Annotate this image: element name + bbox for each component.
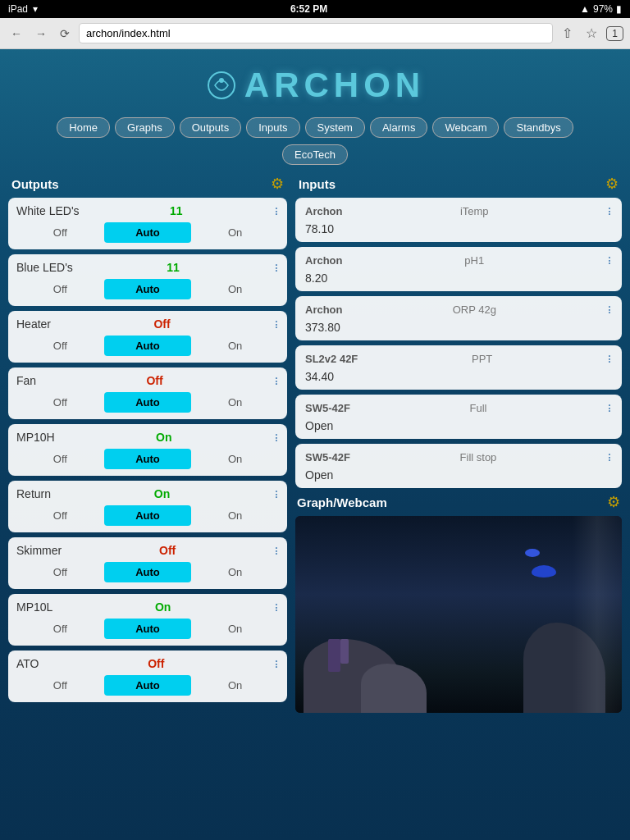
- device-row-top-4: MP10H On ⫶: [16, 431, 279, 444]
- ctrl-btn-4-auto[interactable]: Auto: [104, 449, 192, 469]
- graph-gear-icon[interactable]: ⚙: [607, 493, 620, 511]
- device-controls-6: Off Auto On: [16, 562, 279, 582]
- ctrl-btn-8-auto[interactable]: Auto: [104, 675, 192, 696]
- ctrl-btn-2-on[interactable]: On: [191, 336, 279, 356]
- ctrl-btn-6-on[interactable]: On: [191, 562, 279, 582]
- ctrl-btn-2-off[interactable]: Off: [16, 336, 104, 356]
- nav-ecotech[interactable]: EcoTech: [282, 144, 348, 165]
- ctrl-btn-1-on[interactable]: On: [191, 279, 279, 299]
- filter-icon-8: ⫶: [273, 657, 279, 670]
- nav-home[interactable]: Home: [57, 117, 110, 138]
- device-controls-8: Off Auto On: [16, 675, 279, 696]
- webcam-image: [295, 516, 622, 713]
- input-card-4: SW5-42F Full ⫶ Open: [295, 395, 622, 439]
- device-status-0: 11: [170, 204, 183, 217]
- input-filter-icon-1: ⫶: [606, 253, 612, 267]
- input-type-2: ORP 42g: [453, 304, 496, 316]
- nav-inputs[interactable]: Inputs: [246, 117, 299, 138]
- input-card-1: Archon pH1 ⫶ 8.20: [295, 247, 622, 291]
- device-name-2: Heater: [16, 317, 51, 331]
- input-row-top-0: Archon iTemp ⫶: [305, 204, 612, 217]
- ctrl-btn-0-on[interactable]: On: [191, 222, 279, 243]
- ctrl-btn-7-auto[interactable]: Auto: [104, 619, 192, 639]
- bookmark-button[interactable]: ☆: [582, 24, 601, 43]
- graph-header: Graph/Webcam ⚙: [295, 493, 622, 511]
- nav-graphs[interactable]: Graphs: [115, 117, 175, 138]
- filter-icon-7: ⫶: [273, 600, 279, 614]
- ctrl-btn-4-off[interactable]: Off: [16, 449, 104, 469]
- device-status-6: Off: [159, 544, 176, 557]
- ctrl-btn-3-auto[interactable]: Auto: [104, 392, 192, 413]
- ctrl-btn-5-auto[interactable]: Auto: [104, 505, 192, 526]
- ctrl-btn-4-on[interactable]: On: [191, 449, 279, 469]
- input-card-5: SW5-42F Fill stop ⫶ Open: [295, 444, 622, 488]
- device-row-top-5: Return On ⫶: [16, 487, 279, 500]
- filter-icon-4: ⫶: [273, 431, 279, 444]
- output-card-8: ATO Off ⫶ Off Auto On: [8, 651, 287, 702]
- nav-system[interactable]: System: [305, 117, 365, 138]
- input-filter-icon-0: ⫶: [606, 204, 612, 217]
- ctrl-btn-3-off[interactable]: Off: [16, 392, 104, 413]
- nav-outputs[interactable]: Outputs: [180, 117, 242, 138]
- device-row-top-6: Skimmer Off ⫶: [16, 544, 279, 557]
- nav-bar-secondary: EcoTech: [8, 144, 622, 165]
- ctrl-btn-1-auto[interactable]: Auto: [104, 279, 192, 299]
- logo-icon: [205, 69, 238, 102]
- fish1: [532, 565, 556, 578]
- ctrl-btn-5-on[interactable]: On: [191, 505, 279, 526]
- ctrl-btn-8-off[interactable]: Off: [16, 675, 104, 696]
- tab-count[interactable]: 1: [606, 26, 623, 41]
- outputs-gear-icon[interactable]: ⚙: [271, 175, 284, 193]
- nav-alarms[interactable]: Alarms: [370, 117, 427, 138]
- refresh-button[interactable]: ⟳: [56, 25, 74, 42]
- ctrl-btn-3-on[interactable]: On: [191, 392, 279, 413]
- ctrl-btn-7-on[interactable]: On: [191, 619, 279, 639]
- ctrl-btn-0-off[interactable]: Off: [16, 222, 104, 243]
- forward-button[interactable]: →: [31, 25, 51, 42]
- ctrl-btn-8-on[interactable]: On: [191, 675, 279, 696]
- device-name-4: MP10H: [16, 431, 55, 444]
- filter-icon-6: ⫶: [273, 544, 279, 557]
- ctrl-btn-6-auto[interactable]: Auto: [104, 562, 192, 582]
- output-card-6: Skimmer Off ⫶ Off Auto On: [8, 537, 287, 589]
- nav-webcam[interactable]: Webcam: [432, 117, 499, 138]
- status-time: 6:52 PM: [290, 3, 327, 15]
- browser-bar: ← → ⟳ ⇧ ☆ 1: [0, 18, 630, 49]
- filter-icon-2: ⫶: [273, 317, 279, 331]
- output-card-1: Blue LED's 11 ⫶ Off Auto On: [8, 254, 287, 306]
- device-controls-7: Off Auto On: [16, 619, 279, 639]
- output-card-4: MP10H On ⫶ Off Auto On: [8, 424, 287, 476]
- device-name-6: Skimmer: [16, 544, 62, 557]
- fish2: [525, 549, 540, 557]
- nav-standbys[interactable]: Standbys: [504, 117, 573, 138]
- input-source-2: Archon: [305, 304, 343, 316]
- device-controls-1: Off Auto On: [16, 279, 279, 299]
- ctrl-btn-2-auto[interactable]: Auto: [104, 336, 192, 356]
- device-controls-0: Off Auto On: [16, 222, 279, 243]
- status-right: ▲ 97% ▮: [580, 3, 622, 15]
- ctrl-btn-0-auto[interactable]: Auto: [104, 222, 192, 243]
- outputs-header: Outputs ⚙: [8, 175, 287, 193]
- input-source-3: SL2v2 42F: [305, 353, 358, 365]
- device-status-2: Off: [153, 317, 170, 331]
- back-button[interactable]: ←: [7, 25, 26, 42]
- device-row-top-7: MP10L On ⫶: [16, 600, 279, 614]
- main-content: ARCHON Home Graphs Outputs Inputs System…: [0, 49, 630, 729]
- coral1: [328, 639, 340, 672]
- battery-label: 97%: [593, 3, 613, 15]
- status-bar: iPad ▾ 6:52 PM ▲ 97% ▮: [0, 0, 630, 18]
- ctrl-btn-7-off[interactable]: Off: [16, 619, 104, 639]
- filter-icon-1: ⫶: [273, 261, 279, 274]
- url-input[interactable]: [79, 23, 553, 43]
- inputs-gear-icon[interactable]: ⚙: [605, 175, 619, 193]
- ctrl-btn-6-off[interactable]: Off: [16, 562, 104, 582]
- ctrl-btn-5-off[interactable]: Off: [16, 505, 104, 526]
- share-button[interactable]: ⇧: [558, 24, 577, 43]
- coral2: [340, 639, 349, 664]
- device-controls-3: Off Auto On: [16, 392, 279, 413]
- device-status-8: Off: [148, 657, 164, 670]
- input-card-0: Archon iTemp ⫶ 78.10: [295, 198, 622, 242]
- input-source-1: Archon: [305, 254, 343, 267]
- ctrl-btn-1-off[interactable]: Off: [16, 279, 104, 299]
- input-type-4: Full: [469, 402, 486, 414]
